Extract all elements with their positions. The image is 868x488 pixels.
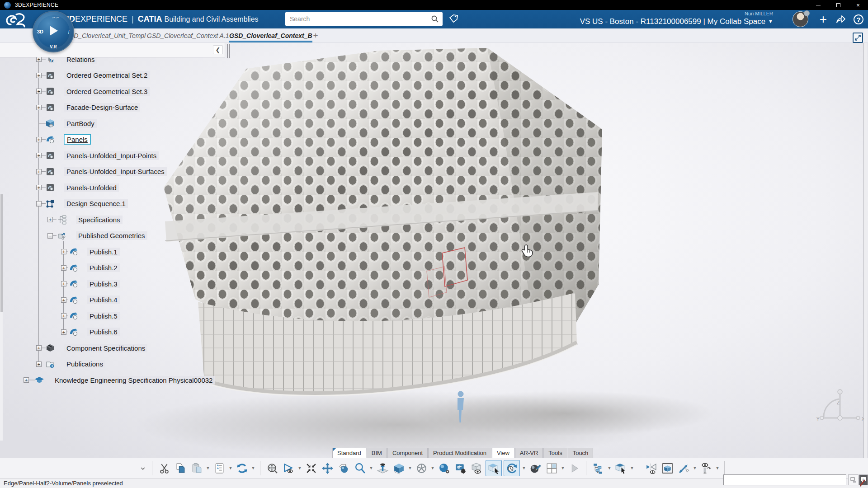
anchor-view-icon[interactable] xyxy=(699,461,713,475)
tree-item-label[interactable]: Design Sequence.1 xyxy=(64,199,128,208)
tree-item-label[interactable]: Knowledge Engineering Specification Phys… xyxy=(52,376,215,385)
tree-row-selected[interactable]: Panels xyxy=(64,134,90,145)
chevron-down-icon[interactable]: ▼ xyxy=(408,461,412,475)
tree-row[interactable]: Ordered Geometrical Set.2 xyxy=(64,70,150,81)
expand-icon[interactable]: + xyxy=(61,313,66,319)
ribbon-tab-standard[interactable]: Standard xyxy=(332,448,366,458)
material-icon[interactable] xyxy=(528,461,542,475)
tree-item-label[interactable]: Publish.2 xyxy=(87,263,120,272)
tree-row[interactable]: Publish.3 xyxy=(87,278,120,290)
expand-icon[interactable]: + xyxy=(36,153,42,158)
tree-row[interactable]: Publish.2 xyxy=(87,262,120,274)
chevron-down-icon[interactable]: ▼ xyxy=(206,461,210,475)
tree-row[interactable]: Component Specifications xyxy=(64,342,147,354)
tab-gsd-cloverleaf-unit-template[interactable]: GSD_Cloverleaf_Unit_Templ xyxy=(65,28,146,43)
center-view-icon[interactable] xyxy=(304,461,318,475)
expand-icon[interactable]: + xyxy=(36,185,42,190)
zoom-icon[interactable] xyxy=(353,461,367,475)
ribbon-tab-component[interactable]: Component xyxy=(387,448,428,458)
tree-row[interactable]: Design Sequence.1 xyxy=(64,198,128,210)
ribbon-tab-ar-vr[interactable]: AR-VR xyxy=(515,448,543,458)
fit-all-in-icon[interactable] xyxy=(265,461,279,475)
expand-icon[interactable]: + xyxy=(61,297,66,303)
chevron-down-icon[interactable]: ▼ xyxy=(228,461,233,475)
paste-icon[interactable] xyxy=(189,461,204,475)
tree-item-label[interactable]: Specifications xyxy=(76,216,123,224)
tree-item-label[interactable]: Panels-Unfolded_Input-Points xyxy=(64,151,159,160)
tree-item-label[interactable]: PartBody xyxy=(64,119,97,128)
restore-button[interactable] xyxy=(828,0,848,10)
chevron-down-icon[interactable]: ▼ xyxy=(715,461,720,475)
ribbon-tab-view[interactable]: View xyxy=(492,448,514,458)
collapse-viewport-button[interactable] xyxy=(853,33,863,43)
tree-row[interactable]: Published Geometries xyxy=(76,230,147,242)
section-box-icon[interactable] xyxy=(660,461,675,475)
minimize-button[interactable] xyxy=(808,0,828,10)
ribbon-tab-product-modification[interactable]: Product Modification xyxy=(428,448,491,458)
expand-icon[interactable]: + xyxy=(24,377,29,383)
tree-row[interactable]: Panels-Unfolded_Input-Surfaces xyxy=(64,166,167,178)
shading-style-icon[interactable] xyxy=(437,461,451,475)
toolbar-overflow-icon[interactable] xyxy=(138,461,147,475)
tree-row[interactable]: Publish.4 xyxy=(87,294,120,306)
history-icon[interactable] xyxy=(504,460,520,476)
collapse-tree-button[interactable]: ❮ xyxy=(213,45,223,54)
tree-item-label[interactable]: Publish.6 xyxy=(87,328,120,336)
mirror-visibility-icon[interactable] xyxy=(644,461,658,475)
tree-item-label[interactable]: Published Geometries xyxy=(76,231,147,240)
multi-view-icon[interactable] xyxy=(414,461,429,475)
tree-item-label[interactable]: Publish.4 xyxy=(87,296,120,304)
scrollbar-thumb[interactable] xyxy=(0,194,3,312)
tree-vertical-scrollbar[interactable] xyxy=(0,194,3,441)
iso-view-icon[interactable] xyxy=(392,461,406,475)
expand-icon[interactable]: + xyxy=(36,137,42,142)
render-settings-icon[interactable] xyxy=(453,461,467,475)
collab-space-selector[interactable]: VS US - Boston - R1132100006599 | My Col… xyxy=(493,17,773,26)
tree-row[interactable]: Facade-Design-Surface xyxy=(64,102,140,113)
specification-list-icon[interactable] xyxy=(212,461,226,475)
panel-splitter[interactable] xyxy=(229,44,230,58)
chevron-down-icon[interactable]: ▼ xyxy=(693,461,697,475)
structure-tree-icon[interactable] xyxy=(591,461,605,475)
tree-item-label[interactable]: Publish.5 xyxy=(87,312,120,320)
panel-splitter[interactable] xyxy=(227,44,228,58)
3dexperience-compass-icon[interactable]: ∽∽ 3D V.R i xyxy=(33,11,74,52)
tree-item-label[interactable]: Panels xyxy=(64,135,90,144)
expand-icon[interactable]: + xyxy=(36,89,42,94)
tree-item-label[interactable]: Publish.1 xyxy=(87,248,120,256)
hide-show-icon[interactable] xyxy=(469,461,484,475)
chevron-down-icon[interactable]: ▼ xyxy=(251,461,255,475)
pan-icon[interactable] xyxy=(320,461,335,475)
expand-icon[interactable]: + xyxy=(47,217,53,222)
ribbon-tab-bim[interactable]: BIM xyxy=(367,448,387,458)
search-icon[interactable] xyxy=(427,12,443,26)
cut-icon[interactable] xyxy=(157,461,171,475)
avatar[interactable] xyxy=(793,11,808,27)
tree-row[interactable]: Knowledge Engineering Specification Phys… xyxy=(52,374,215,386)
chevron-down-icon[interactable]: ▼ xyxy=(522,461,526,475)
chevron-down-icon[interactable]: ▼ xyxy=(561,461,565,475)
chevron-down-icon[interactable]: ▼ xyxy=(607,461,612,475)
chevron-down-icon[interactable]: ▼ xyxy=(297,461,302,475)
search-input[interactable] xyxy=(285,15,427,23)
tree-item-label[interactable]: Publish.3 xyxy=(87,280,120,288)
expand-icon[interactable]: + xyxy=(36,169,42,174)
share-button[interactable] xyxy=(834,13,847,26)
tree-row[interactable]: Panels-Unfolded_Input-Points xyxy=(64,150,159,161)
select-visualize-icon[interactable] xyxy=(486,460,502,476)
look-at-icon[interactable] xyxy=(281,461,296,475)
tree-row[interactable]: PartBody xyxy=(64,117,97,129)
collapse-icon[interactable]: − xyxy=(47,233,53,239)
update-icon[interactable] xyxy=(235,461,249,475)
expand-icon[interactable]: + xyxy=(61,281,66,286)
quad-view-icon[interactable] xyxy=(544,461,559,475)
tree-row[interactable]: Publish.5 xyxy=(87,310,120,322)
expand-icon[interactable]: + xyxy=(36,361,42,367)
tree-row[interactable]: Specifications xyxy=(76,214,123,225)
collapse-icon[interactable]: − xyxy=(36,201,42,206)
tab-gsd-cloverleaf-context-a1[interactable]: GSD_Cloverleaf_Context A.1 xyxy=(147,28,229,43)
normal-view-icon[interactable] xyxy=(375,461,390,475)
expand-icon[interactable]: + xyxy=(36,105,42,110)
tree-row[interactable]: Publish.6 xyxy=(87,326,120,338)
tag-icon[interactable] xyxy=(447,13,460,25)
